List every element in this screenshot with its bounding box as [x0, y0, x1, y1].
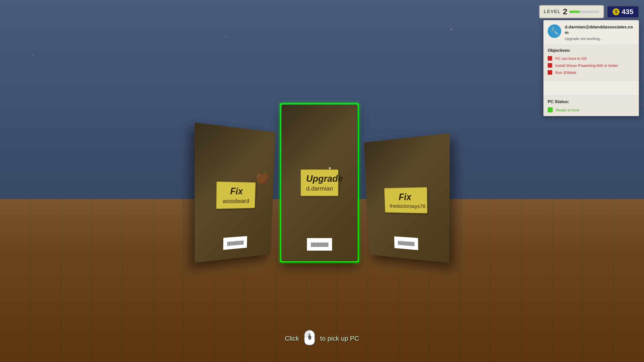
objectives-title: Objectives:	[548, 48, 635, 53]
center-dot	[329, 167, 331, 169]
level-progress-bar	[569, 11, 599, 13]
client-issue: Upgrade not working...	[565, 36, 635, 41]
mouse-icon: 0	[303, 330, 316, 347]
objective-2: Install Shean Powerking 600 or better	[548, 63, 635, 68]
level-bar-fill	[569, 11, 580, 13]
obj-3-text: Run 3DMark	[555, 70, 576, 75]
obj-1-indicator	[548, 56, 552, 61]
money-amount: 435	[622, 8, 633, 16]
barcode-left	[223, 236, 247, 250]
status-indicator	[548, 107, 553, 112]
box-right-subtitle: thedoctorsays76	[390, 203, 422, 209]
box-right-label: Fix thedoctorsays76	[384, 187, 427, 213]
apple-logo: 🍎	[255, 170, 269, 184]
level-label: LEVEL	[544, 9, 561, 14]
objectives-section: Objectives: PC can boot to OS Install Sh…	[544, 45, 639, 80]
hud-top: LEVEL 2 $ 435	[539, 5, 639, 18]
client-info: d.darmian@ddanddassociates.com Upgrade n…	[565, 24, 635, 41]
prompt-prefix: Click	[285, 335, 299, 342]
money-badge: $ 435	[607, 6, 639, 18]
box-left-title: Fix	[222, 186, 250, 197]
obj-3-indicator	[548, 70, 552, 75]
prompt-suffix: to pick up PC	[320, 335, 359, 342]
wrench-icon-container: 🔧	[548, 24, 561, 38]
click-prompt: Click 0 to pick up PC	[285, 330, 359, 347]
boxes-area: Fix woodward 🍎 Upgrade d.darmian Fix the…	[196, 105, 448, 261]
panel-spacer	[544, 80, 639, 96]
wrench-icon: 🔧	[550, 27, 559, 35]
barcode-center	[307, 238, 332, 251]
objective-3: Run 3DMark	[548, 70, 635, 75]
box-left-label: Fix woodward	[216, 182, 256, 209]
box-right-title: Fix	[389, 191, 421, 202]
box-center-subtitle: d.darmian	[306, 185, 333, 192]
star	[32, 54, 33, 55]
level-badge: LEVEL 2	[539, 5, 604, 18]
mouse-body: 0	[304, 330, 315, 345]
status-text: Ready to boot	[556, 108, 579, 112]
barcode-right	[394, 236, 418, 250]
obj-2-indicator	[548, 63, 552, 68]
status-section: PC Status: Ready to boot	[544, 96, 639, 116]
client-email: d.darmian@ddanddassociates.com	[565, 24, 635, 35]
box-center-label: Upgrade d.darmian	[301, 169, 338, 196]
star	[52, 163, 52, 163]
panel-header: 🔧 d.darmian@ddanddassociates.com Upgrade…	[544, 20, 639, 45]
box-center[interactable]: Upgrade d.darmian	[282, 105, 357, 261]
box-right[interactable]: Fix thedoctorsays76	[364, 133, 450, 263]
status-item: Ready to boot	[548, 107, 635, 112]
status-title: PC Status:	[548, 99, 635, 104]
client-panel: 🔧 d.darmian@ddanddassociates.com Upgrade…	[543, 20, 639, 116]
star	[225, 36, 226, 37]
box-left-subtitle: woodward	[222, 198, 250, 205]
obj-1-text: PC can boot to OS	[555, 56, 587, 61]
objective-1: PC can boot to OS	[548, 56, 635, 61]
mouse-button-number: 0	[308, 335, 311, 341]
level-number: 2	[563, 7, 567, 16]
currency-icon: $	[613, 8, 620, 15]
obj-2-text: Install Shean Powerking 600 or better	[555, 63, 618, 68]
box-left[interactable]: Fix woodward 🍎	[195, 122, 276, 262]
box-center-title: Upgrade	[306, 173, 333, 184]
